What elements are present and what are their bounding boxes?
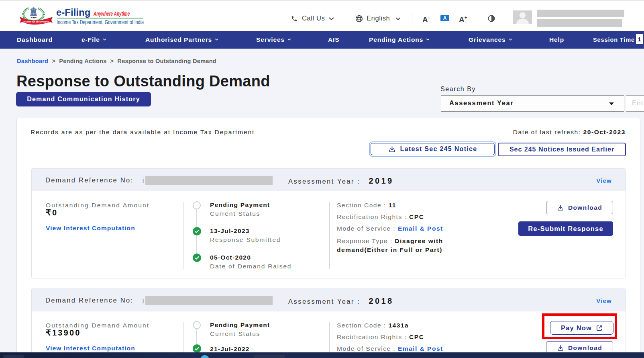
svg-text:INCOME TAX DEPARTMENT: INCOME TAX DEPARTMENT: [24, 21, 49, 23]
